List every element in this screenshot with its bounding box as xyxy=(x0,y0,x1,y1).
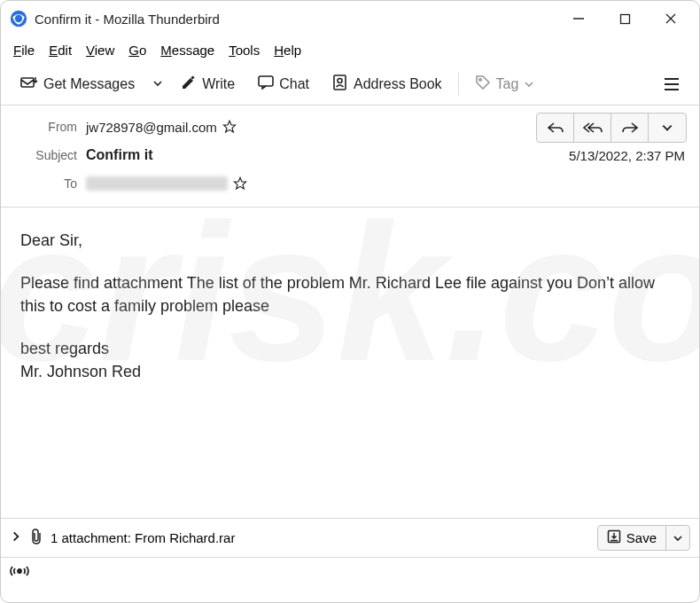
to-row: To xyxy=(15,169,685,198)
reply-button-group xyxy=(536,113,687,143)
forward-button[interactable] xyxy=(611,114,649,142)
toolbar: Get Messages Write Chat Address Book xyxy=(1,63,699,106)
message-body[interactable]: Dear Sir, Please find attachment The lis… xyxy=(1,208,699,518)
svg-rect-8 xyxy=(259,76,273,86)
reply-all-button[interactable] xyxy=(574,114,611,142)
save-icon xyxy=(607,529,621,546)
tag-button[interactable]: Tag xyxy=(466,69,544,99)
body-signoff: best regards Mr. Johnson Red xyxy=(20,337,680,383)
subject-value: Confirm it xyxy=(86,147,153,163)
svg-point-10 xyxy=(338,78,342,82)
star-to-button[interactable] xyxy=(233,176,247,191)
subject-row: Subject Confirm it 5/13/2022, 2:37 PM xyxy=(15,141,685,169)
address-book-label: Address Book xyxy=(354,76,442,92)
svg-point-1 xyxy=(15,15,22,22)
download-icon xyxy=(20,74,38,94)
svg-rect-3 xyxy=(620,14,629,23)
get-messages-label: Get Messages xyxy=(43,76,135,92)
svg-marker-16 xyxy=(234,177,245,189)
menu-help[interactable]: Help xyxy=(274,43,301,58)
window-controls xyxy=(556,4,694,34)
thunderbird-icon xyxy=(10,10,27,27)
address-book-icon xyxy=(332,74,348,94)
star-icon xyxy=(222,120,237,134)
menubar: File Edit View Go Message Tools Help xyxy=(1,36,699,63)
star-icon xyxy=(233,176,247,191)
titlebar: Confirm it - Mozilla Thunderbird xyxy=(1,1,699,36)
body-greeting: Dear Sir, xyxy=(20,229,680,252)
svg-point-19 xyxy=(18,569,21,573)
toolbar-separator xyxy=(458,73,459,96)
tag-icon xyxy=(475,74,491,94)
svg-rect-7 xyxy=(191,75,195,79)
from-label: From xyxy=(15,120,77,134)
menu-edit[interactable]: Edit xyxy=(49,43,72,58)
svg-rect-6 xyxy=(21,78,34,87)
chevron-down-icon xyxy=(673,533,683,544)
subject-label: Subject xyxy=(15,148,77,162)
star-from-button[interactable] xyxy=(222,120,237,134)
save-attachment-group: Save xyxy=(597,525,690,551)
statusbar xyxy=(1,557,699,587)
save-attachment-button[interactable]: Save xyxy=(598,526,666,550)
attachment-summary[interactable]: 1 attachment: From Richard.rar xyxy=(51,530,235,545)
svg-marker-15 xyxy=(223,121,235,132)
to-value-redacted[interactable] xyxy=(86,176,228,191)
close-button[interactable] xyxy=(648,4,694,34)
attachment-bar: 1 attachment: From Richard.rar Save xyxy=(1,518,699,557)
window-title: Confirm it - Mozilla Thunderbird xyxy=(35,12,220,27)
chevron-down-icon xyxy=(524,79,534,90)
save-dropdown-button[interactable] xyxy=(666,526,689,550)
chat-label: Chat xyxy=(279,76,309,92)
address-book-button[interactable]: Address Book xyxy=(323,69,451,99)
connection-status-icon[interactable] xyxy=(10,563,29,582)
menu-tools[interactable]: Tools xyxy=(229,43,260,58)
maximize-button[interactable] xyxy=(602,4,648,34)
from-value[interactable]: jw728978@gmail.com xyxy=(86,120,217,135)
get-messages-button[interactable]: Get Messages xyxy=(12,69,144,99)
write-label: Write xyxy=(202,76,235,92)
expand-attachment-button[interactable] xyxy=(10,530,22,545)
hamburger-icon xyxy=(664,77,680,91)
paperclip-icon xyxy=(29,529,43,547)
body-paragraph: Please find attachment The list of the p… xyxy=(20,271,680,317)
menu-go[interactable]: Go xyxy=(128,43,146,58)
save-label: Save xyxy=(626,530,657,545)
write-button[interactable]: Write xyxy=(172,69,244,99)
reply-button[interactable] xyxy=(537,114,574,142)
chat-button[interactable]: Chat xyxy=(249,70,318,98)
thunderbird-window: pcrisk.com Confirm it - Mozilla Thunderb… xyxy=(0,0,700,603)
menu-message[interactable]: Message xyxy=(160,43,214,58)
message-headers: From jw728978@gmail.com Subject Confirm … xyxy=(1,106,699,208)
pencil-icon xyxy=(181,74,197,94)
signature-text: Mr. Johnson Red xyxy=(20,363,141,380)
tag-label: Tag xyxy=(496,76,519,92)
signoff-text: best regards xyxy=(20,340,109,357)
more-actions-button[interactable] xyxy=(649,114,686,142)
chevron-right-icon xyxy=(10,530,22,543)
svg-point-11 xyxy=(478,78,481,81)
menu-view[interactable]: View xyxy=(86,43,114,58)
minimize-button[interactable] xyxy=(556,4,602,34)
app-menu-button[interactable] xyxy=(655,72,688,97)
get-messages-dropdown[interactable] xyxy=(149,72,167,97)
to-label: To xyxy=(15,176,77,191)
message-date: 5/13/2022, 2:37 PM xyxy=(569,148,685,163)
chat-icon xyxy=(258,75,274,93)
menu-file[interactable]: File xyxy=(13,43,35,58)
